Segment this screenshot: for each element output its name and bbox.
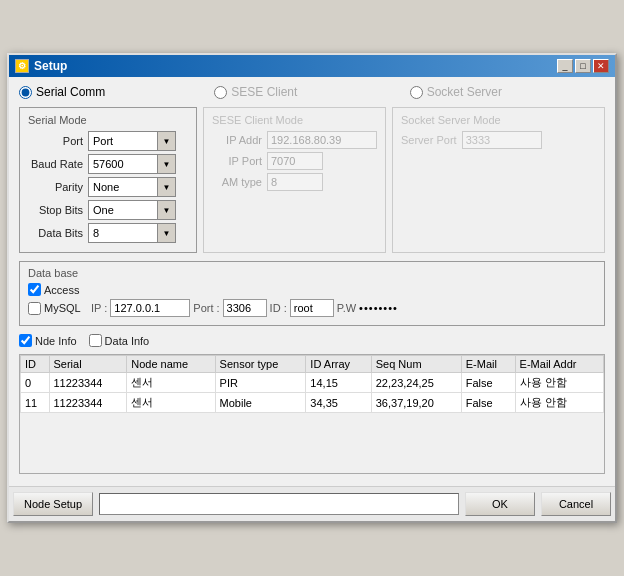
info-checkboxes-row: Nde Info Data Info [19,332,605,349]
table-cell: PIR [215,373,306,393]
database-section: Data base Access MySQL IP : Port : ID : [19,261,605,326]
parity-value: None [89,178,157,196]
col-sensor-type: Sensor type [215,356,306,373]
baud-rate-dropdown[interactable]: 57600 ▼ [88,154,176,174]
mysql-ip-input[interactable] [110,299,190,317]
col-email-addr: E-Mail Addr [515,356,603,373]
col-id: ID [21,356,50,373]
data-info-label[interactable]: Data Info [89,334,150,347]
serial-panel-title: Serial Mode [28,114,188,126]
table-cell: 사용 안함 [515,373,603,393]
sese-client-label: SESE Client [231,85,297,99]
socket-panel: Socket Server Mode Server Port [392,107,605,253]
sese-client-radio[interactable] [214,86,227,99]
stop-bits-arrow[interactable]: ▼ [157,201,175,219]
server-port-input[interactable] [462,131,542,149]
baud-rate-label: Baud Rate [28,158,88,170]
sese-client-option[interactable]: SESE Client [214,85,409,99]
col-serial: Serial [49,356,127,373]
table-row[interactable]: 011223344센서PIR14,1522,23,24,25False사용 안함 [21,373,604,393]
parity-dropdown[interactable]: None ▼ [88,177,176,197]
cancel-button[interactable]: Cancel [541,492,611,516]
parity-row: Parity None ▼ [28,177,188,197]
stop-bits-value: One [89,201,157,219]
socket-panel-title: Socket Server Mode [401,114,596,126]
ip-port-row: IP Port [212,152,377,170]
mysql-pw-label: P.W [337,302,356,314]
table-cell: False [461,373,515,393]
mysql-ip-label: IP : [91,302,107,314]
table-row[interactable]: 1111223344센서Mobile34,3536,37,19,20False사… [21,393,604,413]
data-table: ID Serial Node name Sensor type ID Array… [20,355,604,413]
baud-rate-arrow[interactable]: ▼ [157,155,175,173]
socket-server-radio[interactable] [410,86,423,99]
access-checkbox-label[interactable]: Access [28,283,79,296]
maximize-button[interactable]: □ [575,59,591,73]
ip-addr-row: IP Addr [212,131,377,149]
baud-rate-row: Baud Rate 57600 ▼ [28,154,188,174]
serial-comm-radio[interactable] [19,86,32,99]
ok-button[interactable]: OK [465,492,535,516]
sese-panel-title: SESE Client Mode [212,114,377,126]
table-cell: False [461,393,515,413]
data-info-checkbox[interactable] [89,334,102,347]
table-cell: 센서 [127,393,215,413]
access-label: Access [44,284,79,296]
ip-addr-input[interactable] [267,131,377,149]
table-cell: 사용 안함 [515,393,603,413]
mysql-port-input[interactable] [223,299,267,317]
parity-label: Parity [28,181,88,193]
access-checkbox[interactable] [28,283,41,296]
ip-port-input[interactable] [267,152,323,170]
table-cell: 36,37,19,20 [371,393,461,413]
port-arrow[interactable]: ▼ [157,132,175,150]
mysql-label: MySQL [44,302,81,314]
serial-comm-label: Serial Comm [36,85,105,99]
stop-bits-label: Stop Bits [28,204,88,216]
parity-arrow[interactable]: ▼ [157,178,175,196]
port-value: Port [89,132,157,150]
serial-comm-option[interactable]: Serial Comm [19,85,214,99]
nde-info-checkbox[interactable] [19,334,32,347]
socket-server-option[interactable]: Socket Server [410,85,605,99]
title-controls: _ □ ✕ [557,59,609,73]
port-row: Port Port ▼ [28,131,188,151]
stop-bits-dropdown[interactable]: One ▼ [88,200,176,220]
ip-port-label: IP Port [212,155,267,167]
connection-type-group: Serial Comm SESE Client Socket Server [19,85,605,99]
col-email: E-Mail [461,356,515,373]
am-type-input[interactable] [267,173,323,191]
am-type-row: AM type [212,173,377,191]
socket-server-label: Socket Server [427,85,502,99]
data-bits-label: Data Bits [28,227,88,239]
panels-row: Serial Mode Port Port ▼ Baud Rate 57600 … [19,107,605,253]
mysql-port-label: Port : [193,302,219,314]
window-title: Setup [34,59,67,73]
data-bits-arrow[interactable]: ▼ [157,224,175,242]
minimize-button[interactable]: _ [557,59,573,73]
data-info-text: Data Info [105,335,150,347]
mysql-pw-value: •••••••• [359,302,398,314]
table-cell: 11223344 [49,373,127,393]
mysql-id-label: ID : [270,302,287,314]
nde-info-label[interactable]: Nde Info [19,334,77,347]
mysql-checkbox[interactable] [28,302,41,315]
server-port-label: Server Port [401,134,457,146]
am-type-label: AM type [212,176,267,188]
close-button[interactable]: ✕ [593,59,609,73]
table-cell: 34,35 [306,393,371,413]
data-bits-row: Data Bits 8 ▼ [28,223,188,243]
port-label: Port [28,135,88,147]
data-bits-dropdown[interactable]: 8 ▼ [88,223,176,243]
data-bits-value: 8 [89,224,157,242]
table-cell: 11 [21,393,50,413]
bottom-input[interactable] [99,493,459,515]
table-cell: 14,15 [306,373,371,393]
table-header-row: ID Serial Node name Sensor type ID Array… [21,356,604,373]
mysql-checkbox-label[interactable]: MySQL [28,302,88,315]
data-table-container[interactable]: ID Serial Node name Sensor type ID Array… [19,354,605,474]
node-setup-button[interactable]: Node Setup [13,492,93,516]
port-dropdown[interactable]: Port ▼ [88,131,176,151]
mysql-id-input[interactable] [290,299,334,317]
serial-panel: Serial Mode Port Port ▼ Baud Rate 57600 … [19,107,197,253]
